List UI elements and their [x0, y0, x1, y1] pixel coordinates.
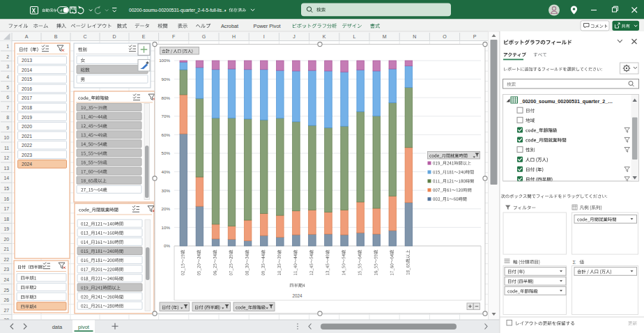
svg-text:30%: 30%: [162, 188, 171, 193]
svg-text:data: data: [52, 324, 63, 330]
svg-text:27: 27: [3, 308, 9, 313]
svg-text:2: 2: [6, 54, 9, 59]
svg-text:2019: 2019: [22, 115, 32, 120]
svg-text:10%: 10%: [162, 225, 171, 230]
svg-text:D: D: [112, 34, 116, 39]
svg-text:4: 4: [6, 75, 9, 79]
svg-text:24: 24: [3, 277, 9, 282]
svg-text:2018: 2018: [22, 105, 32, 110]
svg-text:L: L: [353, 34, 355, 39]
svg-text:11: 11: [4, 146, 9, 150]
svg-text:19: 19: [3, 226, 9, 231]
svg-text:1: 1: [6, 44, 9, 49]
svg-text:pivot: pivot: [78, 324, 90, 330]
svg-text:12: 12: [3, 155, 9, 160]
svg-text:3: 3: [6, 64, 9, 69]
svg-text:5: 5: [6, 85, 9, 90]
svg-text:21: 21: [3, 247, 9, 251]
svg-text:14: 14: [3, 176, 9, 180]
svg-text:J: J: [293, 34, 296, 39]
svg-text:I: I: [263, 34, 265, 39]
svg-text:Σ: Σ: [573, 259, 576, 265]
svg-text:2015: 2015: [22, 77, 32, 82]
svg-text:2021: 2021: [22, 134, 32, 139]
svg-text:40%: 40%: [162, 169, 171, 174]
svg-text:B: B: [54, 34, 58, 39]
svg-text:2022: 2022: [22, 143, 32, 148]
svg-text:0%: 0%: [164, 243, 170, 248]
svg-text:18: 18: [3, 217, 9, 222]
svg-text:8: 8: [6, 115, 9, 120]
svg-text:90%: 90%: [162, 77, 171, 82]
svg-text:Power Pivot: Power Pivot: [254, 23, 281, 29]
svg-text:C: C: [83, 34, 86, 39]
svg-text:2017: 2017: [22, 95, 32, 100]
svg-text:70%: 70%: [162, 114, 171, 118]
svg-text:9: 9: [6, 125, 9, 130]
svg-text:O: O: [443, 34, 447, 39]
svg-text:6: 6: [6, 95, 9, 100]
svg-text:N: N: [413, 34, 416, 39]
svg-text:20%: 20%: [162, 206, 171, 211]
svg-text:G: G: [202, 34, 206, 39]
svg-text:80%: 80%: [162, 95, 171, 100]
svg-text:16: 16: [3, 196, 9, 201]
svg-text:2016: 2016: [22, 86, 32, 91]
svg-text:15: 15: [3, 186, 9, 191]
svg-text:100%: 100%: [159, 58, 170, 63]
svg-text:F: F: [172, 34, 175, 39]
svg-text:2014: 2014: [22, 68, 32, 72]
svg-text:E: E: [142, 34, 146, 39]
svg-text:22: 22: [3, 257, 9, 262]
svg-text:20: 20: [3, 237, 9, 242]
svg-text:2020: 2020: [22, 124, 32, 129]
svg-text:M: M: [383, 34, 387, 39]
svg-text:2013: 2013: [22, 58, 32, 63]
svg-text:7: 7: [6, 105, 9, 110]
svg-text:13: 13: [3, 166, 9, 171]
svg-text:23: 23: [3, 267, 9, 272]
svg-text:P: P: [473, 34, 477, 39]
svg-text:25: 25: [3, 288, 9, 293]
svg-text:_00200_soumu_00200531_quarter_: _00200_soumu_00200531_quarter_2_…: [519, 99, 613, 104]
svg-text:Acrobat: Acrobat: [221, 23, 238, 29]
svg-text:K: K: [323, 34, 326, 39]
svg-text:17: 17: [3, 206, 9, 211]
svg-text:H: H: [232, 34, 236, 39]
svg-text:26: 26: [3, 297, 9, 302]
svg-text:2024: 2024: [22, 162, 32, 166]
svg-text:2024: 2024: [292, 293, 302, 298]
svg-text:50%: 50%: [162, 150, 171, 155]
svg-text:10: 10: [3, 135, 9, 140]
svg-text:2023: 2023: [22, 153, 32, 157]
svg-text:00200-soumu-00200531-quarter_2: 00200-soumu-00200531-quarter_2-4-5-full-…: [129, 8, 227, 13]
svg-text:60%: 60%: [162, 132, 171, 137]
svg-text:A: A: [25, 34, 29, 39]
